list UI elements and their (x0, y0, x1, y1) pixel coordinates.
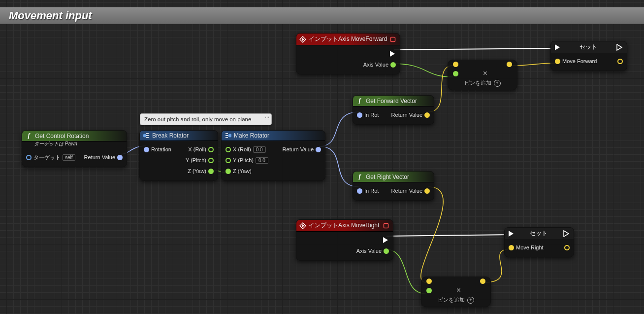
node-header[interactable]: f Get Control Rotation (22, 131, 127, 141)
pin-return-out[interactable] (424, 112, 430, 118)
node-header[interactable]: インプットAxis MoveRight (296, 220, 393, 232)
pin-label: Return Value (84, 154, 115, 160)
function-icon: f (356, 173, 363, 180)
pin-axis-value-out[interactable] (390, 62, 396, 68)
pin-rotation-in[interactable] (144, 147, 149, 152)
node-multiply-2[interactable]: × ピンを追加 + (421, 277, 491, 307)
pin-inrot-in[interactable] (357, 112, 362, 118)
node-title: Get Right Vector (366, 174, 409, 180)
node-inputaxis-moveright[interactable]: インプットAxis MoveRight Axis Value (296, 219, 393, 261)
pin-target-in[interactable] (26, 155, 32, 160)
pin-return-out[interactable] (117, 155, 123, 160)
pin-label: Axis Value (363, 62, 388, 68)
add-pin-label: ピンを追加 (438, 296, 465, 304)
comment-grip[interactable] (265, 115, 270, 120)
node-header[interactable]: セット (551, 41, 627, 53)
pin-x-out[interactable] (208, 147, 214, 152)
pin-label: ターゲット (33, 154, 61, 161)
exec-out-pin[interactable] (389, 50, 396, 57)
pin-var-out[interactable] (564, 245, 570, 250)
pin-label: Move Forward (562, 58, 597, 64)
node-inputaxis-moveforward[interactable]: インプットAxis MoveForward Axis Value (296, 33, 400, 74)
pin-z-in[interactable] (225, 169, 231, 174)
pin-result-out[interactable] (480, 279, 485, 284)
exec-out-pin[interactable] (563, 230, 570, 237)
add-pin-label: ピンを追加 (464, 79, 491, 87)
value-box[interactable]: 0.0 (253, 146, 266, 153)
pin-result-out[interactable] (507, 62, 512, 67)
make-struct-icon (225, 132, 231, 139)
node-title: インプットAxis MoveRight (309, 221, 379, 230)
breakpoint-icon[interactable] (390, 36, 396, 42)
pin-b-in[interactable] (453, 71, 458, 76)
pin-return-out[interactable] (424, 188, 430, 194)
value-box[interactable]: 0.0 (256, 157, 268, 164)
pin-label: Move Right (516, 244, 544, 250)
pin-return-out[interactable] (316, 147, 321, 152)
comment-bubble[interactable]: Zero out pitch and roll, only move on pl… (140, 113, 272, 125)
node-set-move-forward[interactable]: セット Move Forward (550, 41, 627, 71)
node-get-right-vector[interactable]: f Get Right Vector In Rot Return Value (353, 171, 434, 201)
node-title: Break Rotator (152, 132, 189, 139)
pin-z-out[interactable] (208, 169, 214, 174)
function-icon: f (356, 97, 363, 105)
pin-y-in[interactable] (225, 158, 231, 163)
svg-point-1 (228, 134, 232, 138)
add-pin-button[interactable]: + (467, 297, 474, 304)
pin-label: Axis Value (356, 248, 382, 254)
comment-text: Zero out pitch and roll, only move on pl… (144, 116, 251, 122)
pin-var-out[interactable] (617, 59, 623, 64)
pin-label: Return Value (283, 146, 314, 152)
breakpoint-icon[interactable] (383, 223, 389, 229)
pin-label: Z (Yaw) (233, 168, 252, 174)
exec-in-pin[interactable] (554, 44, 561, 51)
node-header[interactable]: Break Rotator (140, 131, 218, 141)
add-pin-button[interactable]: + (494, 80, 501, 87)
node-subtitle: ターゲットは Pawn (22, 140, 127, 149)
exec-outanschließend-pin[interactable] (616, 44, 623, 51)
pin-a-in[interactable] (426, 279, 432, 284)
pin-axis-value-out[interactable] (384, 248, 389, 254)
node-multiply-1[interactable]: × ピンを追加 + (448, 60, 517, 90)
pin-label: X (Roll) (233, 146, 251, 152)
node-title: Get Control Rotation (35, 133, 89, 140)
svg-rect-2 (391, 37, 395, 41)
node-header[interactable]: インプットAxis MoveForward (296, 34, 400, 45)
exec-in-pin[interactable] (508, 230, 515, 237)
pin-var-in[interactable] (509, 245, 514, 250)
node-title: Get Forward Vector (366, 98, 417, 105)
node-header[interactable]: f Get Forward Vector (353, 96, 434, 106)
pin-a-in[interactable] (453, 62, 458, 67)
pin-label: Y (Pitch) (186, 157, 206, 163)
pin-inrot-in[interactable] (357, 188, 362, 194)
node-set-move-right[interactable]: セット Move Right (504, 227, 574, 257)
exec-out-pin[interactable] (382, 237, 389, 244)
pin-var-in[interactable] (555, 59, 560, 64)
pin-y-out[interactable] (208, 158, 214, 163)
node-make-rotator[interactable]: Make Rotator X (Roll) 0.0 Return Value Y… (221, 130, 325, 181)
pin-label: In Rot (364, 112, 379, 118)
pin-b-in[interactable] (426, 288, 432, 293)
svg-point-0 (143, 134, 147, 138)
self-box: self (63, 154, 75, 161)
pin-x-in[interactable] (225, 147, 231, 152)
pin-label: X (Roll) (188, 146, 206, 152)
section-title: Movement input (0, 7, 644, 24)
node-header[interactable]: セット (505, 228, 574, 239)
event-icon (299, 36, 306, 43)
break-struct-icon (143, 132, 150, 139)
blueprint-graph[interactable]: Movement input Zero out pitch and roll, … (0, 0, 644, 314)
multiply-icon: × (456, 286, 461, 295)
node-get-control-rotation[interactable]: f Get Control Rotation ターゲットは Pawn ターゲット… (22, 130, 127, 167)
node-header[interactable]: f Get Right Vector (353, 172, 434, 182)
node-break-rotator[interactable]: Break Rotator Rotation X (Roll) Y (Pitch… (139, 130, 218, 181)
pin-label: In Rot (364, 188, 379, 194)
pin-label: Y (Pitch) (233, 157, 254, 163)
svg-rect-3 (384, 223, 388, 228)
pin-label: Return Value (391, 188, 422, 194)
node-header[interactable]: Make Rotator (222, 131, 325, 141)
multiply-icon: × (483, 69, 487, 78)
pin-label: Z (Yaw) (188, 168, 206, 174)
node-get-forward-vector[interactable]: f Get Forward Vector In Rot Return Value (353, 95, 434, 125)
node-title: Make Rotator (234, 132, 269, 139)
